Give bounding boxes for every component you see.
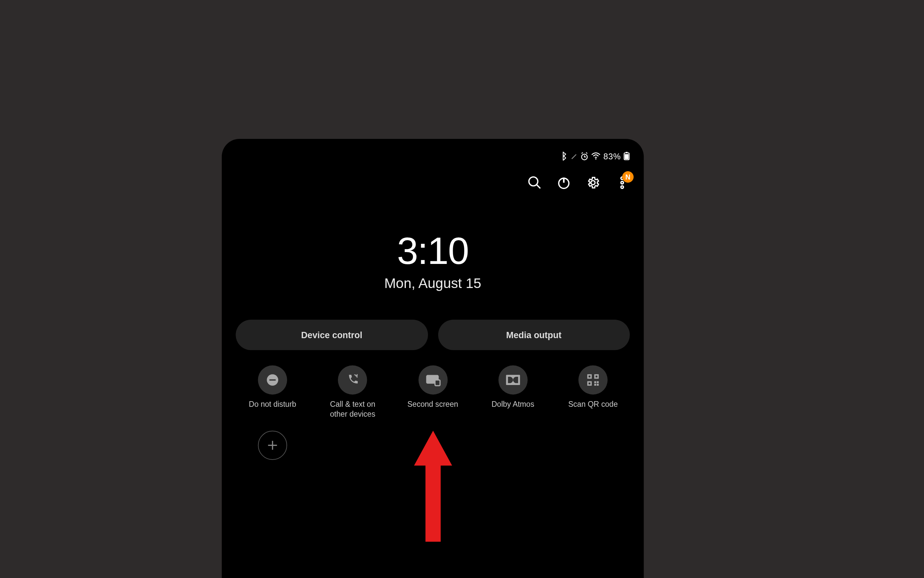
- qs-toggle-second-screen[interactable]: Second screen: [402, 365, 463, 420]
- quick-settings-panel: 83% N 3:10 Mon, August 15 Device control…: [222, 139, 644, 578]
- qs-label: Call & text on other devices: [322, 399, 383, 419]
- clock-block: 3:10 Mon, August 15: [235, 229, 630, 292]
- search-button[interactable]: [527, 175, 542, 190]
- pen-icon: [570, 152, 578, 160]
- svg-point-13: [432, 381, 433, 382]
- svg-rect-22: [594, 382, 596, 383]
- qs-toggle-call-text[interactable]: Call & text on other devices: [322, 365, 383, 420]
- panel-actions: N: [235, 173, 630, 192]
- status-bar: 83%: [235, 151, 630, 162]
- svg-point-5: [529, 177, 538, 186]
- svg-rect-21: [588, 382, 590, 384]
- device-control-button[interactable]: Device control: [235, 320, 428, 350]
- svg-rect-24: [594, 384, 596, 386]
- qs-toggle-dnd[interactable]: Do not disturb: [242, 365, 303, 420]
- svg-rect-14: [435, 380, 440, 386]
- dnd-icon: [266, 373, 279, 387]
- svg-point-8: [621, 182, 624, 184]
- svg-rect-3: [625, 154, 628, 159]
- battery-icon: [624, 151, 630, 160]
- search-icon: [528, 176, 542, 190]
- qs-label: Dolby Atmos: [491, 399, 534, 409]
- qs-add-button[interactable]: [258, 431, 287, 460]
- qs-toggle-dolby[interactable]: Dolby Atmos: [482, 365, 544, 420]
- quick-settings-row: Do not disturb Call & text on other devi…: [235, 365, 630, 420]
- dolby-icon: [505, 374, 520, 386]
- settings-button[interactable]: [585, 175, 601, 190]
- qr-icon: [587, 374, 599, 386]
- svg-rect-20: [596, 375, 598, 377]
- plus-icon: [266, 439, 279, 451]
- qs-toggle-scan-qr[interactable]: Scan QR code: [563, 365, 624, 420]
- battery-percent: 83%: [604, 151, 621, 161]
- svg-point-9: [621, 186, 624, 188]
- call-sync-icon: [346, 373, 359, 387]
- svg-point-1: [596, 158, 597, 160]
- svg-rect-23: [597, 382, 599, 383]
- second-screen-icon: [425, 374, 440, 386]
- svg-rect-19: [588, 375, 590, 377]
- more-button[interactable]: N: [614, 175, 630, 190]
- control-pill-row: Device control Media output: [235, 320, 630, 350]
- svg-rect-25: [597, 384, 599, 386]
- power-icon: [557, 176, 570, 190]
- wifi-icon: [591, 152, 601, 160]
- svg-rect-11: [269, 379, 276, 381]
- power-button[interactable]: [556, 175, 571, 190]
- bluetooth-icon: [562, 151, 568, 160]
- gear-icon: [586, 176, 600, 190]
- alarm-icon: [580, 152, 589, 160]
- media-output-button[interactable]: Media output: [438, 320, 630, 350]
- clock-time: 3:10: [235, 229, 630, 273]
- svg-rect-4: [626, 152, 628, 153]
- qs-label: Second screen: [407, 399, 458, 409]
- clock-date: Mon, August 15: [235, 275, 630, 292]
- qs-label: Do not disturb: [249, 399, 296, 409]
- qs-label: Scan QR code: [568, 399, 618, 409]
- notification-badge: N: [622, 171, 633, 183]
